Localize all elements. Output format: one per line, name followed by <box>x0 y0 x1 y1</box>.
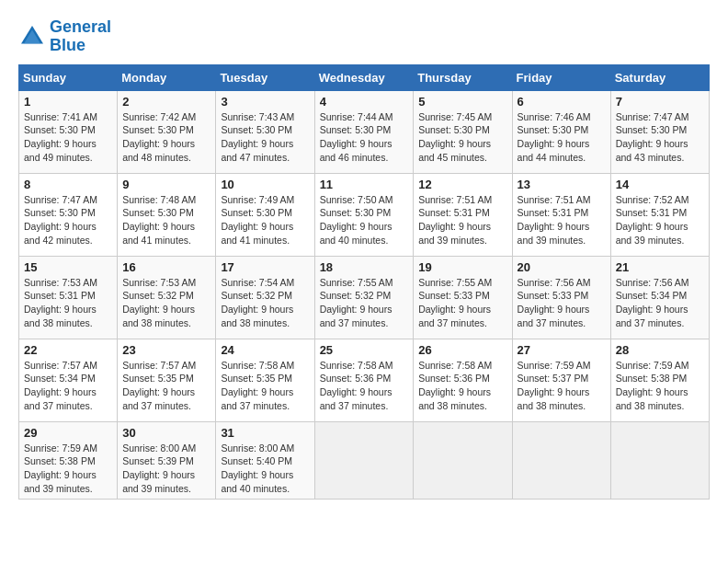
day-info: Sunrise: 7:58 AMSunset: 5:36 PMDaylight:… <box>418 359 506 413</box>
day-number: 27 <box>518 343 606 357</box>
day-number: 16 <box>122 260 210 274</box>
calendar-cell: 31Sunrise: 8:00 AMSunset: 5:40 PMDayligh… <box>216 421 314 500</box>
calendar-cell: 25Sunrise: 7:58 AMSunset: 5:36 PMDayligh… <box>314 339 414 421</box>
calendar-cell: 29Sunrise: 7:59 AMSunset: 5:38 PMDayligh… <box>19 421 118 500</box>
day-number: 8 <box>24 178 112 191</box>
day-number: 12 <box>418 178 506 191</box>
calendar-cell: 21Sunrise: 7:56 AMSunset: 5:34 PMDayligh… <box>610 256 709 339</box>
day-number: 5 <box>418 95 506 109</box>
day-number: 17 <box>221 260 309 274</box>
calendar-cell: 7Sunrise: 7:47 AMSunset: 5:30 PMDaylight… <box>610 90 709 173</box>
day-number: 10 <box>221 178 309 191</box>
day-info: Sunrise: 7:47 AMSunset: 5:30 PMDaylight:… <box>616 110 704 165</box>
calendar-cell: 13Sunrise: 7:51 AMSunset: 5:31 PMDayligh… <box>512 173 610 256</box>
day-number: 15 <box>24 260 112 274</box>
day-header-sunday: Sunday <box>19 64 118 90</box>
day-header-tuesday: Tuesday <box>216 64 314 90</box>
day-header-saturday: Saturday <box>610 64 709 90</box>
calendar-cell: 6Sunrise: 7:46 AMSunset: 5:30 PMDaylight… <box>512 90 610 173</box>
day-info: Sunrise: 7:55 AMSunset: 5:32 PMDaylight:… <box>320 276 409 330</box>
week-row-2: 8Sunrise: 7:47 AMSunset: 5:30 PMDaylight… <box>19 173 710 256</box>
day-header-monday: Monday <box>118 64 216 90</box>
calendar-cell: 19Sunrise: 7:55 AMSunset: 5:33 PMDayligh… <box>414 256 512 339</box>
calendar-body: 1Sunrise: 7:41 AMSunset: 5:30 PMDaylight… <box>19 90 710 500</box>
day-info: Sunrise: 7:59 AMSunset: 5:38 PMDaylight:… <box>24 442 112 496</box>
day-info: Sunrise: 7:49 AMSunset: 5:30 PMDaylight:… <box>221 193 309 247</box>
day-info: Sunrise: 7:53 AMSunset: 5:32 PMDaylight:… <box>122 276 210 330</box>
day-number: 18 <box>320 260 409 274</box>
calendar-cell: 4Sunrise: 7:44 AMSunset: 5:30 PMDaylight… <box>314 90 414 173</box>
logo-icon <box>18 23 46 51</box>
calendar-cell: 9Sunrise: 7:48 AMSunset: 5:30 PMDaylight… <box>118 173 216 256</box>
week-row-1: 1Sunrise: 7:41 AMSunset: 5:30 PMDaylight… <box>19 90 710 173</box>
day-info: Sunrise: 7:55 AMSunset: 5:33 PMDaylight:… <box>418 276 506 330</box>
day-info: Sunrise: 7:48 AMSunset: 5:30 PMDaylight:… <box>122 193 210 247</box>
day-number: 7 <box>616 95 704 109</box>
calendar-cell: 12Sunrise: 7:51 AMSunset: 5:31 PMDayligh… <box>414 173 512 256</box>
day-info: Sunrise: 7:52 AMSunset: 5:31 PMDaylight:… <box>616 193 704 247</box>
day-info: Sunrise: 7:47 AMSunset: 5:30 PMDaylight:… <box>24 193 112 247</box>
week-row-4: 22Sunrise: 7:57 AMSunset: 5:34 PMDayligh… <box>19 339 710 421</box>
day-info: Sunrise: 7:42 AMSunset: 5:30 PMDaylight:… <box>122 110 210 165</box>
calendar-cell: 2Sunrise: 7:42 AMSunset: 5:30 PMDaylight… <box>118 90 216 173</box>
calendar-cell: 17Sunrise: 7:54 AMSunset: 5:32 PMDayligh… <box>216 256 314 339</box>
day-number: 25 <box>320 343 409 357</box>
calendar-cell: 8Sunrise: 7:47 AMSunset: 5:30 PMDaylight… <box>19 173 118 256</box>
day-number: 20 <box>518 260 606 274</box>
week-row-3: 15Sunrise: 7:53 AMSunset: 5:31 PMDayligh… <box>19 256 710 339</box>
calendar-cell: 22Sunrise: 7:57 AMSunset: 5:34 PMDayligh… <box>19 339 118 421</box>
calendar-header-row: SundayMondayTuesdayWednesdayThursdayFrid… <box>19 64 710 90</box>
day-number: 21 <box>616 260 704 274</box>
day-number: 1 <box>24 95 112 109</box>
calendar-cell <box>414 421 512 500</box>
day-info: Sunrise: 7:53 AMSunset: 5:31 PMDaylight:… <box>24 276 112 330</box>
day-info: Sunrise: 7:59 AMSunset: 5:37 PMDaylight:… <box>518 359 606 413</box>
day-info: Sunrise: 7:58 AMSunset: 5:36 PMDaylight:… <box>320 359 409 413</box>
day-number: 6 <box>518 95 606 109</box>
day-number: 14 <box>616 178 704 191</box>
week-row-5: 29Sunrise: 7:59 AMSunset: 5:38 PMDayligh… <box>19 421 710 500</box>
day-number: 13 <box>518 178 606 191</box>
calendar-cell: 18Sunrise: 7:55 AMSunset: 5:32 PMDayligh… <box>314 256 414 339</box>
day-number: 31 <box>221 426 309 440</box>
day-info: Sunrise: 7:59 AMSunset: 5:38 PMDaylight:… <box>616 359 704 413</box>
day-info: Sunrise: 7:46 AMSunset: 5:30 PMDaylight:… <box>518 110 606 165</box>
day-info: Sunrise: 8:00 AMSunset: 5:39 PMDaylight:… <box>122 442 210 496</box>
day-info: Sunrise: 7:58 AMSunset: 5:35 PMDaylight:… <box>221 359 309 413</box>
calendar-cell: 24Sunrise: 7:58 AMSunset: 5:35 PMDayligh… <box>216 339 314 421</box>
calendar-cell <box>314 421 414 500</box>
page-header: General Blue <box>18 18 710 55</box>
day-number: 11 <box>320 178 409 191</box>
day-number: 4 <box>320 95 409 109</box>
day-header-wednesday: Wednesday <box>314 64 414 90</box>
day-info: Sunrise: 7:51 AMSunset: 5:31 PMDaylight:… <box>418 193 506 247</box>
calendar-cell: 15Sunrise: 7:53 AMSunset: 5:31 PMDayligh… <box>19 256 118 339</box>
day-number: 24 <box>221 343 309 357</box>
day-info: Sunrise: 7:54 AMSunset: 5:32 PMDaylight:… <box>221 276 309 330</box>
day-info: Sunrise: 7:44 AMSunset: 5:30 PMDaylight:… <box>320 110 409 165</box>
day-number: 2 <box>122 95 210 109</box>
calendar-cell: 30Sunrise: 8:00 AMSunset: 5:39 PMDayligh… <box>118 421 216 500</box>
calendar-cell: 3Sunrise: 7:43 AMSunset: 5:30 PMDaylight… <box>216 90 314 173</box>
calendar-cell <box>512 421 610 500</box>
calendar-cell: 10Sunrise: 7:49 AMSunset: 5:30 PMDayligh… <box>216 173 314 256</box>
day-number: 23 <box>122 343 210 357</box>
logo-text: General Blue <box>50 18 111 55</box>
day-number: 28 <box>616 343 704 357</box>
calendar-cell <box>610 421 709 500</box>
day-number: 26 <box>418 343 506 357</box>
day-number: 30 <box>122 426 210 440</box>
day-header-friday: Friday <box>512 64 610 90</box>
calendar-cell: 26Sunrise: 7:58 AMSunset: 5:36 PMDayligh… <box>414 339 512 421</box>
calendar-table: SundayMondayTuesdayWednesdayThursdayFrid… <box>18 64 710 500</box>
calendar-cell: 23Sunrise: 7:57 AMSunset: 5:35 PMDayligh… <box>118 339 216 421</box>
calendar-cell: 20Sunrise: 7:56 AMSunset: 5:33 PMDayligh… <box>512 256 610 339</box>
day-info: Sunrise: 7:43 AMSunset: 5:30 PMDaylight:… <box>221 110 309 165</box>
day-number: 9 <box>122 178 210 191</box>
calendar-cell: 11Sunrise: 7:50 AMSunset: 5:30 PMDayligh… <box>314 173 414 256</box>
day-info: Sunrise: 7:57 AMSunset: 5:34 PMDaylight:… <box>24 359 112 413</box>
day-info: Sunrise: 7:56 AMSunset: 5:34 PMDaylight:… <box>616 276 704 330</box>
calendar-cell: 14Sunrise: 7:52 AMSunset: 5:31 PMDayligh… <box>610 173 709 256</box>
day-header-thursday: Thursday <box>414 64 512 90</box>
calendar-cell: 28Sunrise: 7:59 AMSunset: 5:38 PMDayligh… <box>610 339 709 421</box>
